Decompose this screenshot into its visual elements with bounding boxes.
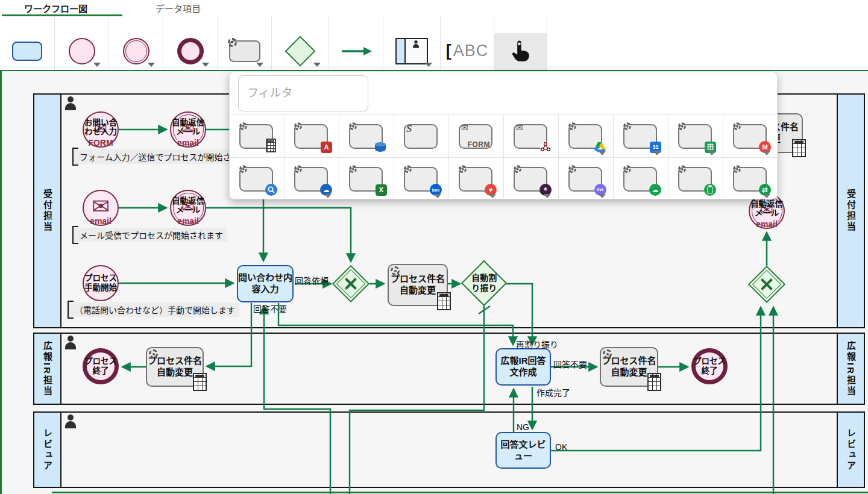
kvs-item[interactable]: kvs xyxy=(559,157,614,200)
gmail-item[interactable]: M xyxy=(723,114,778,157)
service-database-item[interactable] xyxy=(339,114,394,157)
annotation-manual: （電話問い合わせなど）手動で開始します xyxy=(68,302,239,317)
search-service-item[interactable] xyxy=(230,157,285,200)
google-drive-item[interactable] xyxy=(559,114,614,157)
service-task-auto-rename-1[interactable]: プロセス件名自動変更 xyxy=(388,264,448,306)
gear-icon xyxy=(568,165,576,173)
gear-icon xyxy=(349,165,357,173)
service-task-auto-rename-3[interactable]: プロセス件名自動変更 xyxy=(600,347,658,387)
canvas-border-bottom xyxy=(52,492,868,493)
service-task-auto-rename-2[interactable]: プロセス件名自動変更 xyxy=(146,347,204,387)
gear-icon xyxy=(239,122,247,130)
palette-service-task-button[interactable] xyxy=(218,16,272,70)
annotation-email: メール受信でプロセスが開始されます xyxy=(72,228,227,242)
cloud-upload-item[interactable]: ☁ xyxy=(614,157,668,200)
gear-icon xyxy=(239,165,247,173)
lane-label-pr-ir-left: 広報IR担当 xyxy=(41,341,54,397)
tab-workflow-diagram[interactable]: ワークフロー図 xyxy=(24,2,87,14)
slack-item[interactable]: * xyxy=(504,157,559,200)
excel-icon: X xyxy=(376,184,387,196)
person-icon xyxy=(64,96,77,111)
clipboard-icon xyxy=(704,184,716,196)
gear-icon xyxy=(733,122,741,130)
service-calc-item[interactable] xyxy=(230,114,285,157)
google-calendar-item[interactable]: 31 xyxy=(614,114,668,157)
lane-reviewer[interactable]: レビュア レビュア xyxy=(33,411,865,488)
gear-icon xyxy=(294,165,302,173)
script-task-item[interactable]: S xyxy=(394,114,449,157)
search-icon xyxy=(265,184,277,196)
end-event-icon xyxy=(177,38,204,64)
palette-sequence-flow-button[interactable] xyxy=(329,16,383,70)
task-inquiry-input[interactable]: 問い合わせ内容入力 xyxy=(237,265,294,302)
edge-label-no-reply-2: 回答不要 xyxy=(553,358,587,370)
mail-hub-item[interactable]: ✉ xyxy=(504,114,559,157)
mail-icon: ✉ xyxy=(516,123,523,133)
chevron-down-icon xyxy=(313,63,321,67)
task-review-answer[interactable]: 回答文レビュー xyxy=(495,432,551,469)
person-icon xyxy=(64,336,77,351)
mail-icon: ✉ xyxy=(461,123,468,133)
box-item[interactable]: box xyxy=(394,157,449,200)
excel-item[interactable]: X xyxy=(339,157,394,200)
gear-icon xyxy=(678,122,686,130)
lane-label-reception-right: 受付担当 xyxy=(844,189,857,233)
lane-label-reviewer-left: レビュア xyxy=(41,428,54,472)
lane-label-pr-ir-right: 広報IR担当 xyxy=(844,341,857,397)
palette-swimlane-button[interactable] xyxy=(383,16,441,70)
service-task-picker-panel: A S ✉FORM ✉ 31 田 M ☁ X box ♥ * kvs ☁ ⇄ xyxy=(229,72,778,199)
arrow-icon xyxy=(341,46,372,57)
pdf-icon: A xyxy=(321,142,332,153)
start-event-manual[interactable]: プロセス手動開始 xyxy=(83,265,119,301)
hand-pointer-icon xyxy=(511,39,531,63)
palette-gateway-button[interactable] xyxy=(272,16,329,70)
calculator-icon xyxy=(647,373,661,391)
form-task-item[interactable]: ✉FORM xyxy=(449,114,504,157)
edge-label-reassign: 再割り振り xyxy=(516,338,558,350)
gear-icon xyxy=(733,165,741,173)
cloud-upload-icon: ☁ xyxy=(649,184,661,196)
end-event-2[interactable]: プロセス終了 xyxy=(691,348,728,384)
intermediate-event-autoreply-1[interactable]: ✉ 自動返信メール email xyxy=(170,111,206,148)
intermediate-event-autoreply-2[interactable]: ✉ 自動返信メール email xyxy=(170,190,206,226)
chevron-down-icon xyxy=(202,63,209,67)
start-event-email[interactable]: ✉ email xyxy=(83,190,119,226)
calculator-icon xyxy=(792,139,806,157)
chevron-down-icon xyxy=(324,194,332,198)
gear-icon xyxy=(349,122,357,130)
person-icon xyxy=(64,414,77,430)
chevron-down-icon xyxy=(489,194,496,198)
palette-text-annotation-button[interactable]: [ABC xyxy=(441,16,494,70)
transfer-item[interactable]: ⇄ xyxy=(723,157,778,200)
gear-icon xyxy=(391,266,400,275)
gear-icon xyxy=(149,349,158,358)
start-event-form[interactable]: ✉ お問い合わせ入力 FORM xyxy=(83,111,119,148)
gear-icon xyxy=(623,165,631,173)
chevron-down-icon xyxy=(763,194,770,198)
clipboard-item[interactable] xyxy=(668,157,723,200)
chevron-down-icon xyxy=(434,194,441,198)
service-pdf-item[interactable]: A xyxy=(285,114,339,157)
cloud-blue-item[interactable]: ☁ xyxy=(285,157,339,200)
task-create-answer[interactable]: 広報IR回答文作成 xyxy=(495,348,551,386)
form-label: FORM xyxy=(468,140,490,149)
filter-input[interactable] xyxy=(238,75,368,111)
palette-hand-tool-button[interactable] xyxy=(494,16,547,70)
end-event-1[interactable]: プロセス終了 xyxy=(83,348,119,384)
palette-intermediate-event-button[interactable] xyxy=(109,16,163,70)
person-icon xyxy=(412,40,420,49)
heart-service-item[interactable]: ♥ xyxy=(449,157,504,200)
swimlane-icon xyxy=(395,38,428,64)
gateway-icon xyxy=(285,36,316,66)
active-tab-underline xyxy=(2,14,122,16)
palette-task-button[interactable] xyxy=(0,16,55,70)
palette-end-event-button[interactable] xyxy=(163,16,218,70)
gear-icon xyxy=(568,122,576,130)
intermediate-event-icon xyxy=(123,38,149,64)
gear-icon xyxy=(459,165,467,173)
google-sheets-item[interactable]: 田 xyxy=(668,114,723,157)
shape-palette: [ABC xyxy=(0,16,868,70)
palette-start-event-button[interactable] xyxy=(55,16,109,70)
tab-data-items[interactable]: データ項目 xyxy=(156,2,201,14)
edge-label-created: 作成完了 xyxy=(536,386,570,398)
